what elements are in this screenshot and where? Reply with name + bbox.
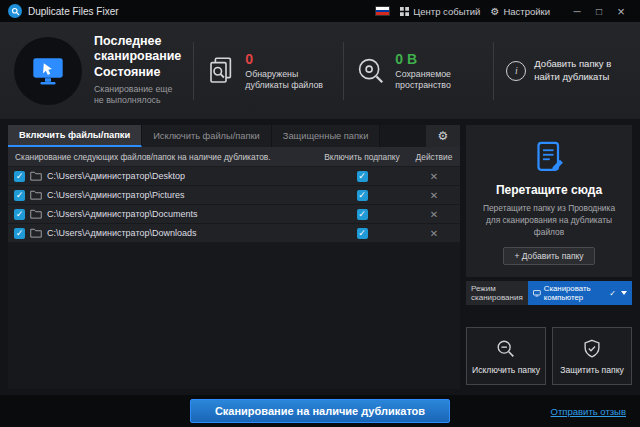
subfolder-checkbox[interactable]: ✓ xyxy=(357,228,368,239)
grid-icon xyxy=(400,7,409,16)
space-stat: 0 B Сохраняемое пространство xyxy=(356,51,481,91)
last-scan-subtitle: Сканирование еще не выполнялось xyxy=(94,84,181,107)
footer-bar: Сканирование на наличие дубликатов Отпра… xyxy=(0,395,640,427)
column-path-header: Сканирование следующих файлов/папок на н… xyxy=(8,152,316,162)
table-row: ✓ C:\Users\Администратор\Documents ✓ ✕ xyxy=(8,205,460,224)
duplicates-label: Обнаружены дубликаты файлов xyxy=(245,69,331,91)
list-settings-button[interactable]: ⚙ xyxy=(426,125,460,147)
window-title: Duplicate Files Fixer xyxy=(28,6,119,17)
folder-path: C:\Users\Администратор\Downloads xyxy=(47,228,196,238)
divider xyxy=(193,42,194,100)
table-row: ✓ C:\Users\Администратор\Desktop ✓ ✕ xyxy=(8,167,460,186)
protect-folder-button[interactable]: Защитить папку xyxy=(552,327,632,385)
main-content: Включить файлы/папки Исключить файлы/пап… xyxy=(0,119,640,395)
app-icon xyxy=(8,4,22,18)
divider xyxy=(493,42,494,100)
documents-magnifier-icon xyxy=(206,56,236,86)
computer-icon xyxy=(533,289,541,298)
duplicates-stat: 0 Обнаружены дубликаты файлов xyxy=(206,51,331,91)
remove-row-button[interactable]: ✕ xyxy=(430,171,438,182)
folder-tabs: Включить файлы/папки Исключить файлы/пап… xyxy=(8,125,460,147)
minimize-button[interactable]: ─ xyxy=(566,2,588,20)
tab-protected-folders[interactable]: Защищенные папки xyxy=(272,125,381,147)
send-feedback-link[interactable]: Отправить отзыв xyxy=(551,406,626,417)
settings-button[interactable]: ⚙ Настройки xyxy=(490,6,550,17)
status-header: Последнее сканирование Состояние Сканиро… xyxy=(0,22,640,119)
remove-row-button[interactable]: ✕ xyxy=(430,209,438,220)
scan-mode-dropdown[interactable]: Сканировать компьютер ✓ xyxy=(528,281,632,305)
scan-mode: Режим сканирования Сканировать компьютер… xyxy=(466,281,632,305)
monitor-cursor-icon xyxy=(30,53,66,89)
row-checkbox[interactable]: ✓ xyxy=(14,190,25,201)
gear-icon: ⚙ xyxy=(490,6,499,17)
document-pencil-icon xyxy=(531,139,567,175)
tab-exclude-folders[interactable]: Исключить файлы/папки xyxy=(142,125,272,147)
space-saved-label: Сохраняемое пространство xyxy=(395,69,481,91)
space-saved-value: 0 B xyxy=(395,51,481,67)
remove-row-button[interactable]: ✕ xyxy=(430,228,438,239)
language-flag-icon[interactable] xyxy=(375,6,390,16)
table-row: ✓ C:\Users\Администратор\Pictures ✓ ✕ xyxy=(8,186,460,205)
table-header: Сканирование следующих файлов/папок на н… xyxy=(8,147,460,167)
scan-status-circle xyxy=(14,37,82,105)
divider xyxy=(343,42,344,100)
drop-zone[interactable]: Перетащите сюда Перетащите папку из Пров… xyxy=(466,125,632,277)
events-center-button[interactable]: Центр событий xyxy=(400,6,480,17)
table-row: ✓ C:\Users\Администратор\Downloads ✓ ✕ xyxy=(8,224,460,243)
remove-row-button[interactable]: ✕ xyxy=(430,190,438,201)
folder-path: C:\Users\Администратор\Pictures xyxy=(47,190,184,200)
add-folder-hint-label: Добавить папку в найти дубликаты xyxy=(534,58,626,83)
maximize-button[interactable]: □ xyxy=(588,2,610,20)
subfolder-checkbox[interactable]: ✓ xyxy=(357,171,368,182)
info-icon: i xyxy=(506,61,526,81)
spacer xyxy=(466,305,632,327)
folder-icon xyxy=(30,171,42,181)
folder-icon xyxy=(30,190,42,200)
folder-icon xyxy=(30,209,42,219)
last-scan-status: Последнее сканирование Состояние Сканиро… xyxy=(94,34,181,107)
settings-label: Настройки xyxy=(503,6,550,17)
subfolder-checkbox[interactable]: ✓ xyxy=(357,190,368,201)
scan-mode-label: Режим сканирования xyxy=(466,281,528,305)
chevron-down-icon xyxy=(621,291,627,295)
add-folder-hint[interactable]: i Добавить папку в найти дубликаты xyxy=(506,58,626,83)
subfolder-checkbox[interactable]: ✓ xyxy=(357,209,368,220)
duplicates-count: 0 xyxy=(245,51,331,67)
row-checkbox[interactable]: ✓ xyxy=(14,228,25,239)
app-window: Duplicate Files Fixer Центр событий ⚙ На… xyxy=(0,0,640,427)
titlebar: Duplicate Files Fixer Центр событий ⚙ На… xyxy=(0,0,640,22)
add-folder-button[interactable]: + Добавить папку xyxy=(503,247,594,265)
disk-magnifier-icon xyxy=(356,56,386,86)
folder-icon xyxy=(30,228,42,238)
row-checkbox[interactable]: ✓ xyxy=(14,171,25,182)
last-scan-title: Последнее сканирование Состояние xyxy=(94,34,181,80)
dropzone-description: Перетащите папку из Проводника для скани… xyxy=(476,203,622,238)
exclude-folder-button[interactable]: Исключить папку xyxy=(466,327,546,385)
scan-duplicates-button[interactable]: Сканирование на наличие дубликатов xyxy=(190,399,450,423)
column-subfolder-header: Включить подпапку xyxy=(316,152,408,162)
column-action-header: Действие xyxy=(408,152,460,162)
exclude-folder-label: Исключить папку xyxy=(472,365,540,375)
protect-folder-label: Защитить папку xyxy=(560,365,624,375)
folder-path: C:\Users\Администратор\Desktop xyxy=(47,171,185,181)
row-checkbox[interactable]: ✓ xyxy=(14,209,25,220)
dropzone-title: Перетащите сюда xyxy=(496,183,602,197)
check-icon: ✓ xyxy=(609,289,616,298)
events-center-label: Центр событий xyxy=(413,6,480,17)
magnifier-minus-icon xyxy=(495,338,517,360)
tab-spacer xyxy=(380,125,426,147)
gear-icon: ⚙ xyxy=(438,129,449,143)
tab-include-folders[interactable]: Включить файлы/папки xyxy=(8,125,142,147)
scan-mode-value: Сканировать компьютер xyxy=(544,284,607,302)
close-button[interactable]: × xyxy=(610,2,632,20)
side-panel: Перетащите сюда Перетащите папку из Пров… xyxy=(466,125,632,389)
folders-panel: Включить файлы/папки Исключить файлы/пап… xyxy=(8,125,460,389)
shield-icon xyxy=(581,338,603,360)
folder-path: C:\Users\Администратор\Documents xyxy=(47,209,197,219)
